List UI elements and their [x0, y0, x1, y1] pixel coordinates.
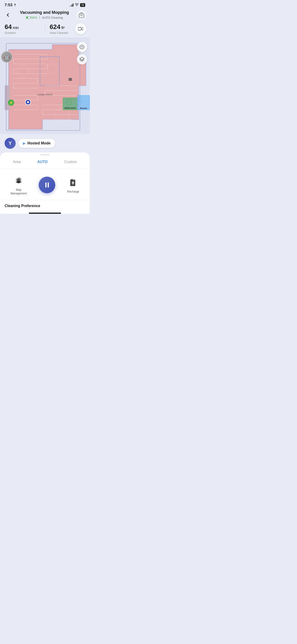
- svg-point-0: [76, 6, 77, 6]
- hosted-mode-section: Y ▶ Hosted Mode: [0, 134, 90, 152]
- device-battery: 36%: [26, 16, 37, 19]
- map-management-icon: [13, 174, 25, 186]
- bottom-panel: Area AUTO Custom Map Management: [0, 152, 90, 214]
- home-indicator: [29, 212, 61, 214]
- map-management-label: Map Management: [10, 188, 27, 195]
- duration-stat: 64 min Duration: [4, 23, 40, 34]
- tab-custom[interactable]: Custom: [62, 159, 80, 165]
- svg-point-2: [81, 14, 82, 16]
- signal-icon: [69, 4, 74, 7]
- duration-label: Duration: [4, 31, 40, 34]
- battery-percent: 72: [81, 4, 84, 6]
- area-unit: ft²: [62, 26, 65, 30]
- recharge-button[interactable]: Recharge: [67, 176, 79, 194]
- recharge-label: Recharge: [67, 190, 79, 194]
- recharge-icon: [67, 176, 79, 188]
- svg-rect-12: [5, 86, 10, 110]
- panel-handle: [40, 154, 50, 155]
- play-icon: ▶: [23, 142, 26, 145]
- battery-small-icon: [26, 16, 30, 19]
- svg-point-25: [27, 101, 29, 103]
- svg-text:Room1: Room1: [80, 107, 87, 110]
- svg-rect-3: [78, 28, 81, 30]
- hosted-avatar: Y: [4, 138, 16, 149]
- battery-pct-label: 36%: [31, 16, 37, 19]
- svg-marker-7: [5, 45, 86, 130]
- floor-map: Bathroom1 Room1 Living room1 ⚡: [0, 37, 90, 134]
- header-center: Vacuuming and Mopping 36% | AUTO Cleanin…: [12, 10, 77, 20]
- control-row: Map Management Recharge: [0, 169, 90, 200]
- map-management-button[interactable]: Map Management: [10, 174, 27, 195]
- 3d-button[interactable]: 3D: [77, 42, 87, 52]
- wifi-icon: [75, 3, 79, 7]
- svg-text:Living room1: Living room1: [37, 93, 52, 96]
- status-icons: 72: [69, 3, 85, 7]
- svg-text:Bathroom1: Bathroom1: [64, 107, 76, 109]
- svg-rect-29: [71, 179, 73, 180]
- map-container[interactable]: 🤖 3D: [0, 37, 90, 134]
- svg-text:3D: 3D: [81, 46, 83, 48]
- avatar-letter: Y: [8, 140, 12, 146]
- header-subtitle: 36% | AUTO Cleaning: [12, 16, 77, 20]
- duration-value: 64: [4, 23, 12, 30]
- svg-text:⚡: ⚡: [9, 101, 13, 105]
- back-button[interactable]: [4, 11, 12, 19]
- battery-icon: 72: [80, 3, 85, 7]
- cleaning-mode-label: AUTO Cleaning: [42, 16, 63, 19]
- tab-area[interactable]: Area: [10, 159, 24, 165]
- duration-unit: min: [13, 26, 19, 30]
- svg-marker-1: [79, 12, 84, 18]
- stat-divider: [45, 24, 45, 34]
- time-display: 7:53: [4, 3, 12, 7]
- video-button[interactable]: [75, 23, 86, 34]
- header: Vacuuming and Mopping 36% | AUTO Cleanin…: [0, 9, 90, 22]
- robot-avatar-inner: 🤖: [2, 52, 12, 62]
- location-icon: [13, 4, 16, 7]
- hosted-mode-label: Hosted Mode: [28, 141, 50, 145]
- layers-button[interactable]: [77, 54, 87, 64]
- pause-button[interactable]: [39, 177, 55, 193]
- area-value: 624: [50, 23, 60, 30]
- hosted-mode-button[interactable]: ▶ Hosted Mode: [18, 139, 55, 148]
- cleaning-preference-section: Cleaning Preference: [0, 200, 90, 210]
- mode-tabs: Area AUTO Custom: [0, 159, 90, 169]
- status-bar: 7:53 72: [0, 0, 90, 9]
- robot-avatar: 🤖: [1, 51, 12, 63]
- page-title: Vacuuming and Mopping: [12, 10, 77, 15]
- tab-auto[interactable]: AUTO: [34, 159, 50, 165]
- settings-button[interactable]: [77, 10, 86, 20]
- status-time: 7:53: [4, 3, 16, 7]
- pause-icon: [45, 182, 49, 188]
- map-right-buttons: 3D: [77, 42, 87, 64]
- cleaning-preference-label: Cleaning Preference: [4, 204, 85, 208]
- svg-rect-20: [68, 78, 72, 81]
